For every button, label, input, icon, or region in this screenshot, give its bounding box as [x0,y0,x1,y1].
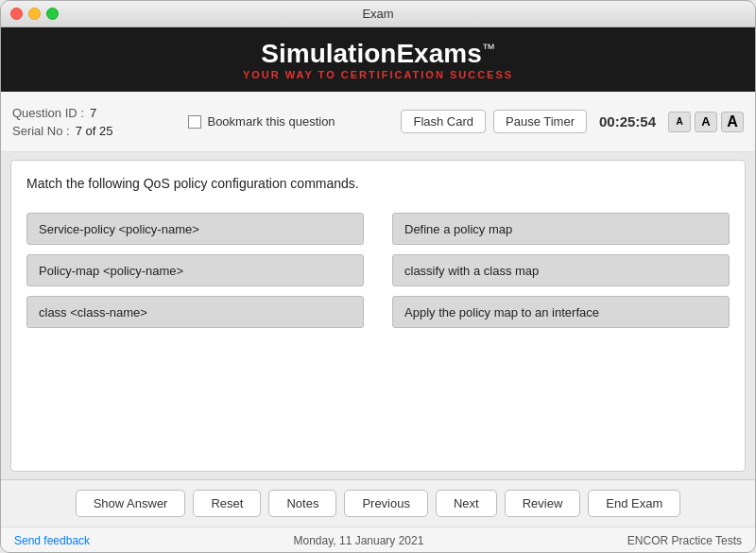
bookmark-label: Bookmark this question [207,114,335,129]
match-right-column: Define a policy map classify with a clas… [392,213,730,328]
flash-card-button[interactable]: Flash Card [401,110,486,133]
font-size-buttons: A A A [668,112,744,132]
meta-bar: Question ID : 7 Serial No : 7 of 25 Book… [1,92,755,152]
match-left-item-1[interactable]: Service-policy <policy-name> [26,213,364,245]
match-left-column: Service-policy <policy-name> Policy-map … [26,213,364,328]
bookmark-checkbox[interactable] [188,115,201,129]
notes-button[interactable]: Notes [268,490,336,517]
font-medium-button[interactable]: A [695,112,717,132]
font-large-button[interactable]: A [721,112,744,132]
bookmark-section[interactable]: Bookmark this question [188,114,335,129]
logo-title: SimulationExams™ [261,39,494,69]
close-button[interactable] [10,8,23,20]
meta-right: Flash Card Pause Timer 00:25:54 A A A [401,110,744,133]
minimize-button[interactable] [28,8,41,20]
meta-left: Question ID : 7 Serial No : 7 of 25 [12,106,112,138]
send-feedback-link[interactable]: Send feedback [14,534,90,547]
serial-no-value: 7 of 25 [76,124,113,138]
match-right-item-1[interactable]: Define a policy map [392,213,730,245]
match-right-item-2[interactable]: classify with a class map [392,254,730,286]
window-title: Exam [362,7,393,21]
status-product: ENCOR Practice Tests [627,534,742,547]
question-id-row: Question ID : 7 [12,106,112,120]
pause-timer-button[interactable]: Pause Timer [493,110,587,133]
timer-display: 00:25:54 [594,113,661,130]
question-id-value: 7 [90,106,96,120]
match-left-item-3[interactable]: class <class-name> [26,296,364,328]
status-bar: Send feedback Monday, 11 January 2021 EN… [1,527,755,553]
next-button[interactable]: Next [436,490,497,517]
logo-subtitle: YOUR WAY TO CERTIFICATION SUCCESS [243,69,513,80]
reset-button[interactable]: Reset [193,490,261,517]
maximize-button[interactable] [46,8,59,20]
question-area: Match the following QoS policy configura… [10,160,746,472]
review-button[interactable]: Review [505,490,581,517]
serial-no-label: Serial No : [12,124,70,138]
serial-no-row: Serial No : 7 of 25 [12,124,112,138]
question-text: Match the following QoS policy configura… [26,174,730,194]
show-answer-button[interactable]: Show Answer [76,490,186,517]
bottom-toolbar: Show Answer Reset Notes Previous Next Re… [1,479,755,527]
status-date: Monday, 11 January 2021 [90,534,627,547]
question-id-label: Question ID : [12,106,84,120]
previous-button[interactable]: Previous [344,490,428,517]
match-container: Service-policy <policy-name> Policy-map … [26,213,730,328]
end-exam-button[interactable]: End Exam [588,490,680,517]
match-left-item-2[interactable]: Policy-map <policy-name> [26,254,364,286]
match-right-item-3[interactable]: Apply the policy map to an interface [392,296,730,328]
logo-bar: SimulationExams™ YOUR WAY TO CERTIFICATI… [1,27,755,92]
font-small-button[interactable]: A [668,112,691,132]
window-controls [10,8,59,20]
title-bar: Exam [1,1,755,27]
